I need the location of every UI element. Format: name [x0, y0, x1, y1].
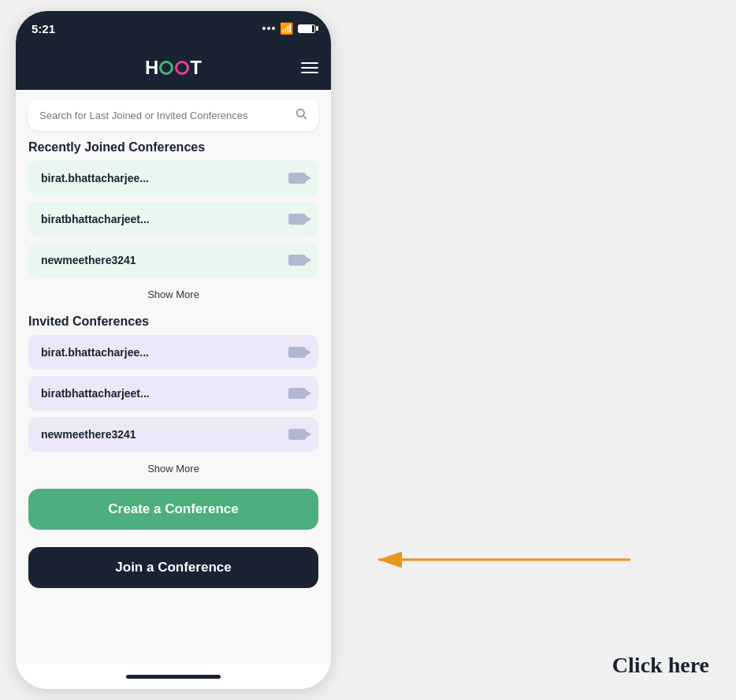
svg-point-0: [297, 110, 304, 117]
click-here-label: Click here: [612, 653, 709, 678]
recent-item-3[interactable]: newmeethere3241: [28, 243, 318, 277]
create-conference-button[interactable]: Create a Conference: [28, 489, 318, 530]
logo-h: H: [145, 57, 158, 79]
main-content: Recently Joined Conferences birat.bhatta…: [16, 90, 331, 664]
menu-button[interactable]: [301, 62, 318, 73]
recent-item-3-name: newmeethere3241: [41, 254, 136, 266]
signal-icon: [262, 27, 275, 30]
invited-show-more[interactable]: Show More: [28, 458, 318, 479]
video-icon-2: [288, 214, 306, 225]
home-indicator: [126, 675, 221, 679]
invited-title: Invited Conferences: [28, 315, 318, 329]
invited-item-3[interactable]: newmeethere3241: [28, 417, 318, 452]
invited-item-1-name: birat.bhattacharjee...: [41, 346, 149, 359]
video-icon-inv-3: [288, 429, 306, 440]
phone-frame: 5:21 📶 H T: [16, 11, 331, 689]
logo-circle-pink: [175, 61, 189, 75]
invited-section: Invited Conferences birat.bhattacharjee.…: [28, 315, 318, 479]
app-header: H T: [16, 46, 331, 90]
status-icons: 📶: [262, 22, 315, 35]
video-icon-inv-2: [288, 388, 306, 399]
app-logo: H T: [145, 57, 202, 79]
recent-item-1[interactable]: birat.bhattacharjee...: [28, 161, 318, 195]
logo-t: T: [190, 57, 202, 79]
recently-joined-title: Recently Joined Conferences: [28, 140, 318, 155]
annotation-area: Click here: [331, 457, 725, 694]
logo-oo: [159, 61, 189, 75]
join-conference-button[interactable]: Join a Conference: [28, 547, 318, 588]
video-icon-1: [288, 173, 306, 184]
search-input[interactable]: [39, 110, 288, 121]
recent-item-2[interactable]: biratbhattacharjeet...: [28, 202, 318, 236]
invited-item-3-name: newmeethere3241: [41, 428, 136, 441]
battery-icon: [298, 24, 315, 33]
video-icon-3: [288, 255, 306, 266]
invited-item-2-name: biratbhattacharjeet...: [41, 387, 150, 400]
recent-item-1-name: birat.bhattacharjee...: [41, 172, 149, 184]
recent-item-2-name: biratbhattacharjeet...: [41, 213, 150, 225]
menu-line-3: [301, 72, 318, 73]
wifi-icon: 📶: [280, 22, 293, 35]
menu-line-1: [301, 62, 318, 64]
recently-joined-section: Recently Joined Conferences birat.bhatta…: [28, 140, 318, 305]
recent-show-more[interactable]: Show More: [28, 284, 318, 305]
invited-item-2[interactable]: biratbhattacharjeet...: [28, 376, 318, 411]
bottom-indicator: [16, 664, 331, 689]
logo-circle-green: [159, 61, 173, 75]
invited-item-1[interactable]: birat.bhattacharjee...: [28, 335, 318, 370]
status-time: 5:21: [32, 22, 55, 35]
search-icon: [295, 107, 307, 123]
menu-line-2: [301, 67, 318, 69]
video-icon-inv-1: [288, 347, 306, 358]
status-bar: 5:21 📶: [16, 11, 331, 46]
svg-line-1: [303, 116, 307, 119]
search-bar[interactable]: [28, 99, 318, 131]
